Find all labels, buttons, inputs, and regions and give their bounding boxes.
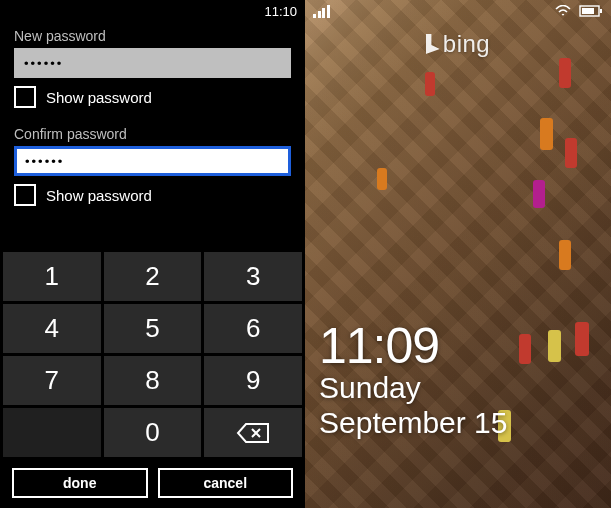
show-password-1-checkbox[interactable] [14,86,36,108]
signal-icon [313,5,330,18]
show-password-2-label: Show password [46,187,152,204]
lock-day: Sunday [319,371,507,406]
status-time: 11:10 [264,4,297,19]
bing-text: bing [443,30,490,58]
show-password-1-row[interactable]: Show password [14,86,291,108]
battery-icon [579,5,603,17]
password-setup-screen: 11:10 New password •••••• Show password … [0,0,305,508]
backspace-icon [236,422,270,444]
key-3[interactable]: 3 [204,252,302,301]
wallpaper-figure [533,180,545,208]
key-9[interactable]: 9 [204,356,302,405]
key-1[interactable]: 1 [3,252,101,301]
key-blank [3,408,101,457]
show-password-1-label: Show password [46,89,152,106]
wifi-icon [555,5,571,17]
show-password-2-row[interactable]: Show password [14,184,291,206]
lock-screen[interactable]: bing 11:09 Sunday September 15 [305,0,611,508]
bing-logo: bing [426,30,490,58]
wallpaper-figure [519,334,531,364]
wallpaper-figure [565,138,577,168]
confirm-password-label: Confirm password [14,126,291,142]
key-8[interactable]: 8 [104,356,202,405]
key-6[interactable]: 6 [204,304,302,353]
status-bar [305,0,611,22]
wallpaper-figure [377,168,387,190]
svg-rect-2 [582,8,594,14]
wallpaper-figure [425,72,435,96]
lock-date: September 15 [319,406,507,441]
lock-info: 11:09 Sunday September 15 [319,321,507,440]
key-2[interactable]: 2 [104,252,202,301]
cancel-button[interactable]: cancel [158,468,294,498]
svg-rect-1 [600,9,602,13]
action-row: done cancel [0,460,305,508]
key-0[interactable]: 0 [104,408,202,457]
show-password-2-checkbox[interactable] [14,184,36,206]
wallpaper-figure [559,240,571,270]
key-5[interactable]: 5 [104,304,202,353]
wallpaper-figure [575,322,589,356]
wallpaper-figure [548,330,561,362]
wallpaper-figure [559,58,571,88]
form-area: New password •••••• Show password Confir… [0,22,305,249]
wallpaper-figure [540,118,553,150]
bing-mark-icon [426,34,440,54]
done-button[interactable]: done [12,468,148,498]
new-password-input[interactable]: •••••• [14,48,291,78]
confirm-password-input[interactable]: •••••• [14,146,291,176]
key-4[interactable]: 4 [3,304,101,353]
new-password-value: •••••• [24,56,63,71]
confirm-password-value: •••••• [25,154,64,169]
new-password-label: New password [14,28,291,44]
status-bar: 11:10 [0,0,305,22]
lock-time: 11:09 [319,321,507,371]
key-7[interactable]: 7 [3,356,101,405]
key-backspace[interactable] [204,408,302,457]
numeric-keypad: 1 2 3 4 5 6 7 8 9 0 [0,249,305,460]
